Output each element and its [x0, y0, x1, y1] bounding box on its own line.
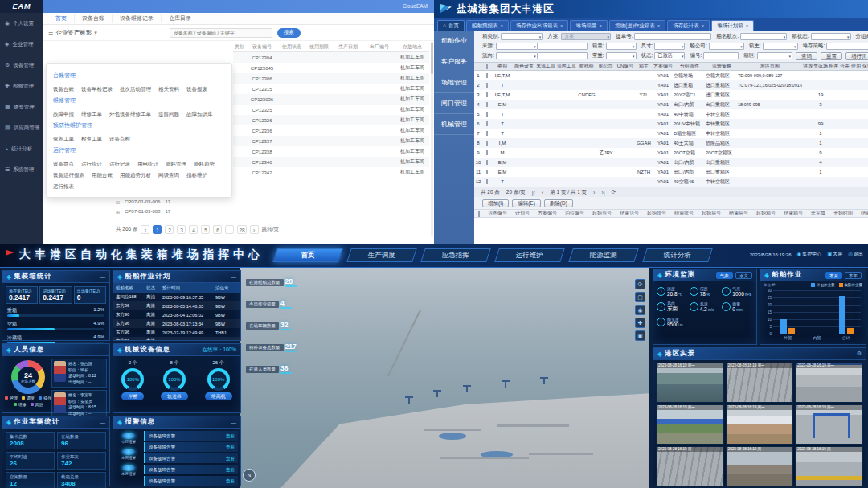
menu-item[interactable]: 检查工单	[81, 134, 102, 143]
menu-item[interactable]: 运行统计	[81, 159, 102, 168]
table-row[interactable]: 10E,MYA01出口/内贸出口重箱区4	[474, 158, 868, 167]
sidebar-item[interactable]: ◉个人设置	[0, 13, 43, 34]
personnel-card[interactable]: 姓名：张占国职位：班长进场时间：8:12出场时间：--	[51, 359, 107, 388]
sidebar-item[interactable]: 闸口管理	[434, 93, 474, 114]
table-row[interactable]: 东方96离港2023-08-04 12:06:029BW	[113, 310, 240, 319]
select-field[interactable]: ▾	[496, 52, 538, 59]
menu-item[interactable]: 运行报表	[53, 182, 74, 191]
table-row[interactable]: 9M乙JRYYA0120OT空箱20OT空箱区9	[474, 148, 868, 158]
menu-item[interactable]: 用能台账	[92, 170, 113, 179]
close-icon[interactable]: ×	[657, 21, 661, 31]
camera-feed[interactable]: 2023-08-28 16:19 周一	[726, 404, 794, 445]
locate-icon[interactable]: ◉	[635, 305, 645, 315]
page-number[interactable]: 5	[201, 225, 210, 234]
close-icon[interactable]: ×	[560, 21, 563, 31]
menu-item[interactable]: 网级查询	[158, 170, 179, 179]
row-checkbox[interactable]	[486, 160, 488, 165]
select-field[interactable]: ▾	[757, 52, 792, 59]
collapse-icon[interactable]: —	[231, 274, 236, 280]
row-checkbox[interactable]	[486, 131, 488, 136]
table-row[interactable]: 4E,MYA01出口/内贸出口重箱区18:049-0953	[474, 100, 868, 109]
input-field[interactable]	[634, 33, 711, 40]
reset-view-icon[interactable]: ⟳	[635, 279, 645, 289]
sidebar-item[interactable]: 场地管理	[434, 72, 474, 93]
table-row[interactable]: CP12326机加工车间7.92	[233, 115, 429, 125]
sidebar-item[interactable]: 船舶作业	[434, 31, 474, 51]
table-row[interactable]: 3I,E,T,MCNDFGYZLYA0120Y2箱C1进口重箱区19	[474, 90, 868, 100]
menu-item[interactable]: 指标维护	[186, 170, 207, 179]
tree-row[interactable]: ⊞CP07-01-03-00817	[116, 207, 276, 216]
input-field[interactable]	[538, 43, 588, 50]
row-checkbox[interactable]	[486, 102, 488, 107]
menu-item[interactable]: 相关资料	[158, 84, 179, 93]
row-checkbox[interactable]	[486, 83, 488, 88]
prev-page-icon[interactable]: ‹	[542, 190, 543, 195]
menu-item[interactable]: 设备年检记录	[81, 84, 113, 93]
camera-feed[interactable]: 2023-08-28 16:19 周一	[726, 363, 794, 403]
select-field[interactable]: ▾	[763, 43, 798, 50]
page-number[interactable]: 2	[165, 225, 174, 234]
camera-feed[interactable]: 2023-08-28 16:19 周一	[656, 404, 724, 445]
table-row[interactable]: 12TYA0140空箱4S中转空箱区	[474, 177, 868, 187]
menu-item[interactable]: 能耗趋势	[194, 159, 215, 168]
menu-item[interactable]: 能耗管理	[166, 159, 186, 168]
next-page-icon[interactable]: ›	[250, 225, 259, 234]
camera-feed[interactable]: 2023-08-28 16:19 周一	[656, 363, 724, 403]
menu-item[interactable]: 故障申报	[53, 109, 74, 118]
tos-tab[interactable]: 堆场计划箱×	[711, 20, 754, 31]
page-number[interactable]: 4	[189, 225, 198, 234]
select-field[interactable]: 已激活▾	[654, 52, 685, 59]
tab-year[interactable]: 本年	[845, 272, 862, 279]
header-link[interactable]: ◎退出	[848, 251, 863, 258]
scrollbar[interactable]	[431, 42, 433, 236]
table-row[interactable]: 6TYA0120UV中转箱中转重箱区99	[474, 119, 868, 129]
tos-tab[interactable]: 船舶预报表×	[466, 20, 509, 31]
table-row[interactable]: 鑫玛公188离泊2023-08-09 16:37:359BW	[113, 293, 240, 301]
select-field[interactable]: ▾	[709, 43, 744, 50]
alarm-row[interactable]: 设备故障告警查看	[144, 453, 238, 463]
close-icon[interactable]: ×	[599, 21, 602, 31]
menu-section-title[interactable]: 预防性维护管理	[53, 121, 225, 129]
sidebar-item[interactable]: 机械管理	[434, 114, 474, 135]
select-field[interactable]: ▾	[740, 33, 787, 40]
search-button[interactable]: 搜索	[277, 28, 301, 38]
table-row[interactable]: CP12325机加工车间39.9	[233, 105, 429, 115]
nav-tab[interactable]: 首页	[272, 248, 343, 262]
menu-item[interactable]: 遗留问题	[158, 109, 179, 118]
page-number[interactable]: …	[225, 225, 234, 234]
table-row[interactable]: 东方96离港2023-07-18 09:15:08THB1	[113, 337, 240, 341]
camera-feed[interactable]: 2023-08-28 16:19 周一	[656, 446, 724, 486]
breadcrumb[interactable]: ☰ 企业资产树形 ▾	[48, 29, 97, 37]
page-number[interactable]: 28	[237, 225, 246, 234]
gear-icon[interactable]: ⚙	[857, 351, 862, 357]
eam-tab[interactable]: 设备维修记录	[113, 14, 162, 23]
collapse-icon[interactable]: —	[100, 420, 105, 425]
menu-section-title[interactable]: 运行管理	[53, 146, 225, 154]
row-checkbox[interactable]	[486, 112, 488, 117]
select-field[interactable]: ▾	[826, 43, 868, 50]
collapse-icon[interactable]: —	[100, 274, 105, 280]
sidebar-item[interactable]: ⚙设备管理	[0, 55, 43, 76]
first-page-icon[interactable]: |‹	[532, 190, 535, 195]
row-checkbox[interactable]	[486, 73, 488, 78]
action-button[interactable]: 增加(I)	[482, 199, 509, 207]
sidebar-item[interactable]: ◈企业管理	[0, 34, 43, 55]
menu-item[interactable]: 设备台账	[53, 84, 74, 93]
menu-item[interactable]: 运行记录	[109, 159, 130, 168]
collapse-icon[interactable]: —	[100, 347, 105, 353]
menu-section-title[interactable]: 维修管理	[53, 96, 225, 105]
menu-item[interactable]: 设备报废	[186, 84, 207, 93]
page-number[interactable]: 3	[177, 225, 186, 234]
table-row[interactable]: CP12315机加工车间39.8	[233, 84, 429, 94]
sidebar-item[interactable]: ▦物资管理	[0, 96, 43, 117]
select-field[interactable]: ▾	[606, 52, 637, 59]
tab-month[interactable]: 本月	[825, 272, 842, 279]
table-row[interactable]: CP12338机加工车间7.875	[233, 146, 429, 157]
close-icon[interactable]: ×	[746, 21, 749, 31]
sidebar-item[interactable]: ◔统计分析	[0, 138, 43, 159]
camera-feed[interactable]: 2023-08-28 16:19 周一	[726, 446, 794, 486]
sidebar-item[interactable]: 客户服务	[434, 51, 474, 72]
alarm-row[interactable]: 设备故障告警查看	[144, 465, 238, 474]
menu-item[interactable]: 设备点检	[109, 134, 130, 143]
close-icon[interactable]: ×	[500, 21, 503, 31]
